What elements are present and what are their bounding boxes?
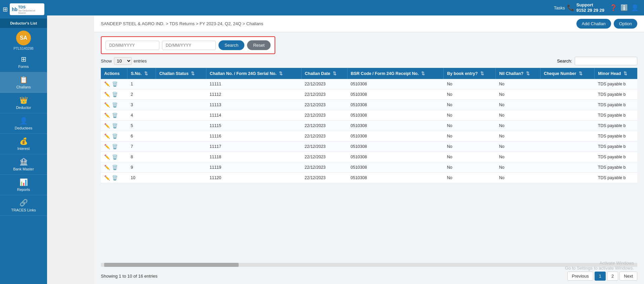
edit-icon[interactable]: ✏️ bbox=[104, 81, 110, 87]
row-bsr-code: 0510308 bbox=[347, 141, 444, 152]
sidebar-item-deductor[interactable]: 👑 Deductor bbox=[0, 93, 47, 113]
info-icon[interactable]: ℹ️ bbox=[620, 4, 628, 11]
col-header-nil-challan[interactable]: Nil Challan? ⇅ bbox=[496, 68, 540, 79]
sidebar-item-deductees[interactable]: 👤 Deductees bbox=[0, 113, 47, 134]
row-nil-challan: No bbox=[496, 110, 540, 121]
reports-icon: 📊 bbox=[19, 178, 28, 186]
sidebar-deductor-label[interactable]: Deductor's List bbox=[0, 18, 47, 28]
row-nil-challan: No bbox=[496, 79, 540, 89]
add-challan-button[interactable]: Add Challan bbox=[576, 19, 611, 29]
show-entries: Show 10 25 50 100 entries bbox=[101, 57, 147, 65]
reset-button[interactable]: Reset bbox=[247, 40, 271, 50]
row-challan-no: 11118 bbox=[206, 152, 301, 162]
row-bsr-code: 0510308 bbox=[347, 152, 444, 162]
row-challan-status bbox=[156, 89, 206, 100]
previous-button[interactable]: Previous bbox=[567, 272, 593, 281]
breadcrumb-sep3: > bbox=[243, 21, 246, 26]
sidebar-item-forms[interactable]: ⊞ Forms bbox=[0, 52, 47, 72]
row-challan-date: 22/12/2023 bbox=[301, 131, 347, 141]
table-row: ✏️ 🗑️ 6 11116 22/12/2023 0510308 No No T… bbox=[101, 131, 637, 141]
col-header-cheque-no[interactable]: Cheque Number ⇅ bbox=[540, 68, 594, 79]
row-cheque-no bbox=[540, 173, 594, 183]
col-header-bsr-code[interactable]: BSR Code / Form 24G Receipt No. ⇅ bbox=[347, 68, 444, 79]
row-cheque-no bbox=[540, 141, 594, 152]
row-by-book: No bbox=[444, 121, 496, 131]
option-button[interactable]: Option bbox=[614, 19, 637, 29]
row-bsr-code: 0510308 bbox=[347, 79, 444, 89]
next-button[interactable]: Next bbox=[619, 272, 637, 281]
col-header-challan-status[interactable]: Challan Status ⇅ bbox=[156, 68, 206, 79]
sidebar-item-forms-label: Forms bbox=[18, 65, 29, 69]
row-challan-date: 22/12/2023 bbox=[301, 100, 347, 110]
sidebar-item-interest[interactable]: 💰 Interest bbox=[0, 134, 47, 154]
row-sno: 4 bbox=[127, 110, 156, 121]
row-challan-no: 11116 bbox=[206, 131, 301, 141]
challans-icon: 📋 bbox=[19, 76, 28, 84]
edit-icon[interactable]: ✏️ bbox=[104, 165, 110, 170]
date-to-input[interactable] bbox=[162, 41, 216, 50]
col-header-by-book[interactable]: By book entry? ⇅ bbox=[444, 68, 496, 79]
delete-icon[interactable]: 🗑️ bbox=[112, 113, 118, 118]
show-entries-select[interactable]: 10 25 50 100 bbox=[114, 57, 132, 65]
delete-icon[interactable]: 🗑️ bbox=[112, 123, 118, 128]
delete-icon[interactable]: 🗑️ bbox=[112, 133, 118, 139]
page-1-button[interactable]: 1 bbox=[595, 272, 606, 281]
ptls-code: PTLS14029B bbox=[13, 47, 34, 50]
date-from-input[interactable] bbox=[106, 41, 159, 50]
phone-icon: 📞 bbox=[567, 4, 574, 11]
row-nil-challan: No bbox=[496, 89, 540, 100]
breadcrumb-company: SANDEEP STEEL & AGRO IND. bbox=[101, 21, 164, 26]
row-challan-no: 11119 bbox=[206, 162, 301, 173]
forms-icon: ⊞ bbox=[21, 55, 27, 63]
sidebar: ⊞ hb TDS Tax Deducted at Source Deductor… bbox=[0, 0, 47, 284]
delete-icon[interactable]: 🗑️ bbox=[112, 165, 118, 170]
row-minor-head: TDS payable b bbox=[595, 100, 637, 110]
edit-icon[interactable]: ✏️ bbox=[104, 123, 110, 128]
col-header-challan-no[interactable]: Challan No. / Form 24G Serial No. ⇅ bbox=[206, 68, 301, 79]
delete-icon[interactable]: 🗑️ bbox=[112, 81, 118, 87]
edit-icon[interactable]: ✏️ bbox=[104, 144, 110, 149]
edit-icon[interactable]: ✏️ bbox=[104, 175, 110, 180]
logo-tagline: Tax Deducted at Source bbox=[18, 9, 42, 14]
scroll-thumb bbox=[104, 263, 239, 267]
edit-icon[interactable]: ✏️ bbox=[104, 92, 110, 97]
page-2-button[interactable]: 2 bbox=[607, 272, 618, 281]
row-nil-challan: No bbox=[496, 121, 540, 131]
edit-icon[interactable]: ✏️ bbox=[104, 113, 110, 118]
delete-icon[interactable]: 🗑️ bbox=[112, 175, 118, 180]
grid-icon[interactable]: ⊞ bbox=[3, 6, 8, 13]
col-header-minor-head[interactable]: Minor Head ⇅ bbox=[595, 68, 637, 79]
search-button[interactable]: Search bbox=[218, 40, 244, 50]
sidebar-item-challans[interactable]: 📋 Challans bbox=[0, 72, 47, 93]
row-challan-status bbox=[156, 131, 206, 141]
delete-icon[interactable]: 🗑️ bbox=[112, 154, 118, 160]
edit-icon[interactable]: ✏️ bbox=[104, 102, 110, 108]
search-label: Search: bbox=[557, 58, 572, 64]
bank-master-icon: 🏦 bbox=[19, 158, 28, 166]
topbar: Tasks 📞 Support 9152 29 29 29 ❓ ℹ️ 👤 bbox=[47, 0, 644, 15]
user-icon[interactable]: 👤 bbox=[631, 4, 639, 11]
row-by-book: No bbox=[444, 131, 496, 141]
delete-icon[interactable]: 🗑️ bbox=[112, 92, 118, 97]
support-phone: 9152 29 29 29 bbox=[576, 8, 604, 13]
delete-icon[interactable]: 🗑️ bbox=[112, 144, 118, 149]
row-by-book: No bbox=[444, 173, 496, 183]
horizontal-scrollbar[interactable] bbox=[101, 263, 637, 267]
edit-icon[interactable]: ✏️ bbox=[104, 154, 110, 160]
table-search-input[interactable] bbox=[575, 57, 637, 65]
row-cheque-no bbox=[540, 162, 594, 173]
row-minor-head: TDS payable b bbox=[595, 110, 637, 121]
delete-icon[interactable]: 🗑️ bbox=[112, 102, 118, 108]
edit-icon[interactable]: ✏️ bbox=[104, 133, 110, 139]
sidebar-item-traces-links[interactable]: 🔗 TRACES Links bbox=[0, 195, 47, 216]
table-row: ✏️ 🗑️ 3 11113 22/12/2023 0510308 No No T… bbox=[101, 100, 637, 110]
row-bsr-code: 0510308 bbox=[347, 121, 444, 131]
row-challan-date: 22/12/2023 bbox=[301, 89, 347, 100]
row-actions: ✏️ 🗑️ bbox=[101, 162, 127, 173]
col-header-challan-date[interactable]: Challan Date ⇅ bbox=[301, 68, 347, 79]
sidebar-item-bank-master[interactable]: 🏦 Bank Master bbox=[0, 154, 47, 175]
sidebar-item-reports[interactable]: 📊 Reports bbox=[0, 175, 47, 195]
row-actions: ✏️ 🗑️ bbox=[101, 152, 127, 162]
col-header-sno[interactable]: S.No. ⇅ bbox=[127, 68, 156, 79]
help-icon[interactable]: ❓ bbox=[610, 4, 617, 11]
